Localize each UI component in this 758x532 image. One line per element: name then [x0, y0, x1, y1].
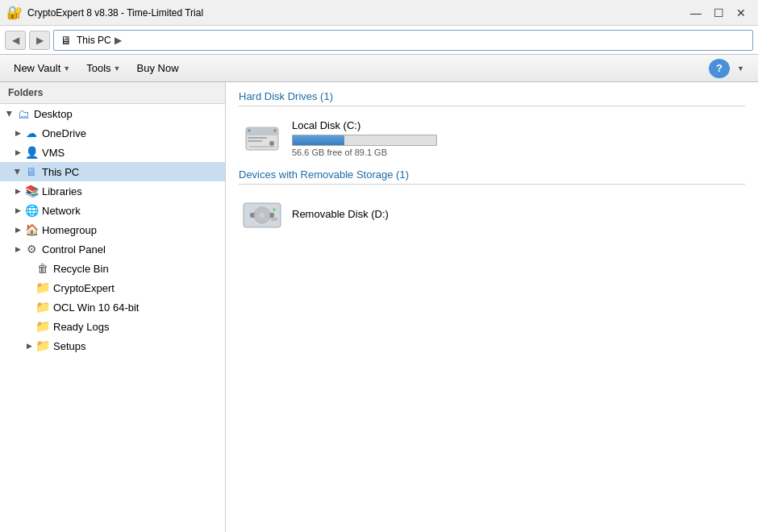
homegroup-label: Homegroup: [42, 224, 222, 236]
removable-section-title: Devices with Removable Storage (1): [239, 168, 745, 185]
sidebar-item-readylogs[interactable]: ▶ 📁 Ready Logs: [0, 317, 225, 336]
window-controls: — ☐ ✕: [685, 3, 752, 23]
onedrive-label: OneDrive: [42, 127, 222, 139]
removable-disk-icon: [242, 197, 282, 233]
sidebar: Folders ▶ 🗂 Desktop ▶ ☁ OneDrive ▶ 👤 VMS…: [0, 82, 226, 532]
address-path[interactable]: 🖥 This PC ▶: [53, 30, 753, 51]
local-disk-item[interactable]: Local Disk (C:) 56.6 GB free of 89.1 GB: [239, 113, 745, 164]
svg-point-12: [273, 208, 276, 211]
local-disk-size: 56.6 GB free of 89.1 GB: [292, 148, 742, 157]
title-bar: 🔐 CryptoExpert 8 v8.38 - Time-Limited Tr…: [0, 0, 758, 26]
sidebar-item-network[interactable]: ▶ 🌐 Network: [0, 201, 225, 220]
vms-label: VMS: [42, 147, 222, 159]
cp-icon: ⚙: [24, 242, 39, 256]
libraries-arrow: ▶: [11, 185, 24, 197]
svg-point-3: [269, 141, 274, 146]
svg-rect-4: [248, 137, 267, 139]
new-vault-label: New Vault: [14, 62, 60, 74]
tools-label: Tools: [86, 62, 110, 74]
network-icon: 🌐: [24, 203, 39, 218]
cp-arrow: ▶: [11, 243, 24, 256]
tools-button[interactable]: Tools ▼: [79, 58, 127, 79]
help-dropdown-arrow: ▼: [737, 64, 744, 73]
sidebar-item-ocl[interactable]: ▶ 📁 OCL Win 10 64-bit: [0, 297, 225, 317]
sidebar-item-libraries[interactable]: ▶ 📚 Libraries: [0, 181, 225, 201]
svg-point-11: [260, 213, 264, 218]
crypto-folder-icon: 📁: [35, 281, 50, 295]
back-button[interactable]: ◀: [5, 31, 26, 50]
svg-rect-1: [246, 127, 278, 135]
crypto-label: CryptoExpert: [53, 282, 222, 294]
setups-icon: 📁: [35, 339, 50, 353]
title-bar-text: CryptoExpert 8 v8.38 - Time-Limited Tria…: [27, 7, 685, 19]
onedrive-icon: ☁: [24, 126, 39, 140]
ocl-icon: 📁: [35, 300, 50, 314]
thispc-label: This PC: [42, 166, 222, 178]
close-button[interactable]: ✕: [731, 3, 752, 23]
buy-now-button[interactable]: Buy Now: [130, 58, 186, 79]
desktop-arrow: ▶: [3, 107, 16, 120]
vms-icon: 👤: [24, 145, 39, 160]
thispc-icon: 🖥: [24, 164, 39, 179]
local-disk-name: Local Disk (C:): [292, 119, 742, 131]
local-disk-progress-bg: [292, 135, 437, 146]
main-layout: Folders ▶ 🗂 Desktop ▶ ☁ OneDrive ▶ 👤 VMS…: [0, 82, 758, 532]
forward-button[interactable]: ▶: [29, 31, 50, 50]
path-label: This PC: [77, 35, 111, 46]
removable-disk-name: Removable Disk (D:): [292, 208, 742, 220]
maximize-button[interactable]: ☐: [708, 3, 729, 23]
help-dropdown-button[interactable]: ▼: [730, 58, 752, 79]
path-arrow: ▶: [115, 35, 122, 46]
sidebar-item-homegroup[interactable]: ▶ 🏠 Homegroup: [0, 220, 225, 239]
readylogs-label: Ready Logs: [53, 321, 222, 333]
homegroup-arrow: ▶: [11, 223, 24, 236]
help-button[interactable]: ?: [709, 59, 730, 78]
local-disk-info: Local Disk (C:) 56.6 GB free of 89.1 GB: [292, 119, 742, 157]
onedrive-arrow: ▶: [11, 127, 24, 139]
removable-disk-info: Removable Disk (D:): [292, 208, 742, 223]
address-bar: ◀ ▶ 🖥 This PC ▶: [0, 26, 758, 55]
thispc-arrow: ▶: [11, 165, 24, 178]
sidebar-item-vms[interactable]: ▶ 👤 VMS: [0, 143, 225, 162]
sidebar-item-thispc[interactable]: ▶ 🖥 This PC: [0, 162, 225, 181]
svg-rect-13: [271, 218, 277, 221]
sidebar-header: Folders: [0, 82, 225, 104]
setups-label: Setups: [53, 340, 222, 352]
desktop-label: Desktop: [34, 108, 222, 120]
toolbar-right: ? ▼: [709, 58, 752, 79]
new-vault-button[interactable]: New Vault ▼: [6, 58, 77, 79]
local-disk-progress-fill: [293, 135, 344, 145]
svg-point-7: [273, 129, 277, 132]
sidebar-item-onedrive[interactable]: ▶ ☁ OneDrive: [0, 123, 225, 143]
setups-arrow: ▶: [23, 339, 35, 352]
libraries-label: Libraries: [42, 185, 222, 197]
new-vault-dropdown-arrow: ▼: [63, 64, 70, 73]
local-disk-icon: [242, 121, 282, 156]
sidebar-item-recyclebin[interactable]: ▶ 🗑 Recycle Bin: [0, 259, 225, 278]
recycle-icon: 🗑: [35, 261, 50, 276]
libraries-icon: 📚: [24, 184, 39, 198]
hard-disk-section-title: Hard Disk Drives (1): [239, 90, 745, 106]
app-icon: 🔐: [6, 5, 23, 21]
content-panel: Hard Disk Drives (1): [226, 82, 758, 532]
removable-disk-item[interactable]: Removable Disk (D:): [239, 191, 745, 239]
sidebar-item-controlpanel[interactable]: ▶ ⚙ Control Panel: [0, 239, 225, 259]
tools-dropdown-arrow: ▼: [114, 64, 121, 73]
path-icon: 🖥: [60, 34, 72, 47]
sidebar-item-setups[interactable]: ▶ 📁 Setups: [0, 336, 225, 355]
network-label: Network: [42, 205, 222, 217]
desktop-icon: 🗂: [16, 106, 31, 121]
sidebar-item-desktop[interactable]: ▶ 🗂 Desktop: [0, 104, 225, 123]
svg-rect-5: [248, 140, 262, 142]
readylogs-icon: 📁: [35, 319, 50, 334]
toolbar: New Vault ▼ Tools ▼ Buy Now ? ▼: [0, 55, 758, 82]
vms-arrow: ▶: [11, 146, 24, 159]
sidebar-item-cryptoexpert[interactable]: ▶ 📁 CryptoExpert: [0, 278, 225, 297]
minimize-button[interactable]: —: [685, 3, 706, 23]
buy-now-label: Buy Now: [137, 62, 179, 74]
homegroup-icon: 🏠: [24, 222, 39, 237]
recycle-label: Recycle Bin: [53, 263, 222, 275]
cp-label: Control Panel: [42, 243, 222, 256]
svg-point-6: [248, 129, 251, 132]
ocl-label: OCL Win 10 64-bit: [53, 301, 222, 314]
